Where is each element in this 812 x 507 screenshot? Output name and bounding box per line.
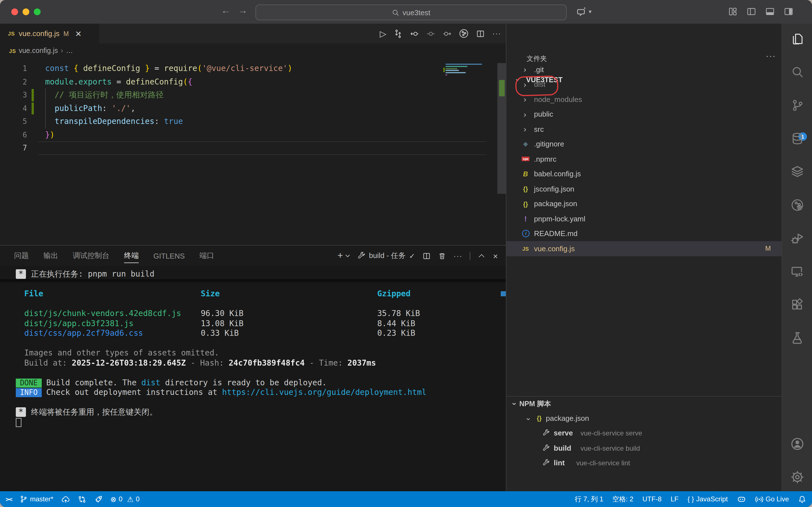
- remote-indicator[interactable]: ><: [6, 496, 12, 503]
- run-debug-icon[interactable]: [790, 231, 804, 245]
- testing-icon[interactable]: [790, 331, 804, 345]
- compare-changes-icon[interactable]: [78, 495, 86, 503]
- customize-layout-icon[interactable]: [728, 7, 738, 16]
- minimize-window-button[interactable]: [22, 8, 29, 15]
- code-line-7[interactable]: 7: [0, 142, 506, 155]
- new-terminal-button[interactable]: +: [338, 250, 350, 262]
- tree-item-vue.config.js[interactable]: JSvue.config.jsM: [506, 241, 781, 256]
- chat-button[interactable]: ▾: [576, 6, 592, 17]
- nav-back-icon[interactable]: ←: [221, 5, 231, 16]
- gitlens-icon[interactable]: [790, 198, 804, 212]
- chevron-down-icon[interactable]: [345, 253, 350, 258]
- close-tab-icon[interactable]: ✕: [75, 29, 82, 38]
- copilot-icon[interactable]: [737, 495, 746, 504]
- terminal-line: FileSizeGzipped: [0, 289, 506, 299]
- notifications-bell-icon[interactable]: [798, 495, 806, 503]
- publish-changes-icon[interactable]: [61, 495, 70, 503]
- panel-more-actions-icon[interactable]: ···: [453, 251, 462, 260]
- close-window-button[interactable]: [11, 8, 18, 15]
- code-line-5[interactable]: 5 transpileDependencies: true: [0, 115, 506, 128]
- run-file-icon[interactable]: ▷: [380, 29, 386, 39]
- eol-item[interactable]: LF: [670, 495, 678, 503]
- problems-item[interactable]: ⊗ 0 ⚠ 0: [110, 495, 140, 503]
- code-line-6[interactable]: 6}): [0, 128, 506, 142]
- sidebar-more-actions-icon[interactable]: ···: [766, 51, 776, 60]
- panel-tab-终端[interactable]: 终端: [124, 245, 139, 266]
- close-panel-icon[interactable]: ×: [493, 251, 498, 261]
- editor-scrollbar[interactable]: [497, 63, 506, 194]
- language-label: JavaScript: [696, 495, 728, 503]
- language-mode-item[interactable]: { } JavaScript: [688, 495, 728, 503]
- breadcrumb-file[interactable]: vue.config.js: [18, 47, 58, 55]
- tree-item-babel.config.js[interactable]: Bbabel.config.js: [506, 166, 781, 181]
- tree-item-README.md[interactable]: iREADME.md: [506, 226, 781, 241]
- settings-gear-icon[interactable]: [790, 470, 804, 484]
- go-live-item[interactable]: Go Live: [755, 495, 789, 503]
- panel-tab-端口[interactable]: 端口: [199, 245, 214, 266]
- minimap[interactable]: [446, 64, 496, 76]
- tree-item-package.json[interactable]: {}package.json: [506, 196, 781, 211]
- launchpad-rocket-icon[interactable]: [94, 495, 102, 503]
- terminal-line: INFOCheck out deployment instructions at…: [0, 388, 506, 397]
- terminal[interactable]: *正在执行任务: pnpm run buildFileSizeGzippeddi…: [0, 266, 506, 491]
- breadcrumb-symbol[interactable]: …: [66, 47, 73, 55]
- tab-vue-config-js[interactable]: JS vue.config.js M ✕: [0, 24, 99, 43]
- synchronize-changes-icon[interactable]: [394, 29, 403, 38]
- cursor-position-item[interactable]: 行 7, 列 1: [574, 494, 603, 504]
- panel-tab-GITLENS[interactable]: GITLENS: [153, 245, 185, 266]
- npm-script-lint[interactable]: lintvue-cli-service lint: [506, 456, 781, 471]
- more-actions-icon[interactable]: ···: [492, 29, 501, 38]
- breadcrumb[interactable]: JS vue.config.js › …: [0, 43, 506, 58]
- database-icon[interactable]: [791, 132, 804, 145]
- explorer-icon[interactable]: [791, 33, 804, 45]
- commit-graph-icon[interactable]: [459, 29, 469, 38]
- layers-icon[interactable]: [790, 165, 804, 179]
- code-line-1[interactable]: 1const { defineConfig } = require('@vue/…: [0, 62, 506, 75]
- panel-tab-输出[interactable]: 输出: [43, 245, 58, 266]
- kill-terminal-icon[interactable]: [438, 251, 446, 260]
- title-bar: ← → vue3test ▾: [0, 0, 812, 24]
- code-line-4[interactable]: 4 publicPath: './',: [0, 102, 506, 115]
- tree-item-src[interactable]: ›src: [506, 122, 781, 136]
- current-change-icon[interactable]: [426, 29, 435, 38]
- toggle-secondary-sidebar-icon[interactable]: [784, 7, 794, 16]
- tree-item-.gitignore[interactable]: ◆.gitignore: [506, 136, 781, 152]
- panel-tab-调试控制台[interactable]: 调试控制台: [73, 245, 109, 266]
- zoom-window-button[interactable]: [34, 8, 41, 15]
- split-editor-icon[interactable]: [476, 29, 485, 38]
- tree-item-pnpm-lock.yaml[interactable]: !pnpm-lock.yaml: [506, 211, 781, 226]
- code-line-2[interactable]: 2module.exports = defineConfig({: [0, 75, 506, 89]
- npm-script-build[interactable]: buildvue-cli-service build: [506, 441, 781, 456]
- tree-item-label: .npmrc: [534, 155, 556, 163]
- npm-package-json-item[interactable]: › {} package.json: [506, 411, 781, 426]
- previous-change-icon[interactable]: [410, 29, 419, 38]
- toggle-panel-icon[interactable]: [765, 7, 775, 16]
- tree-item-public[interactable]: ›public: [506, 107, 781, 122]
- bottom-panel: 问题输出调试控制台终端GITLENS端口 + build - 任务 ✓ ··· …: [0, 245, 506, 491]
- terminal-list-item-build-task[interactable]: build - 任务 ✓: [358, 251, 415, 261]
- remote-explorer-icon[interactable]: [790, 265, 804, 278]
- account-icon[interactable]: [790, 437, 804, 451]
- tree-item-.git[interactable]: ›.git: [506, 62, 781, 77]
- line-number: 4: [0, 102, 27, 115]
- search-icon[interactable]: [791, 66, 804, 78]
- tree-item-.npmrc[interactable]: npm.npmrc: [506, 152, 781, 166]
- extensions-icon[interactable]: [791, 298, 804, 311]
- encoding-item[interactable]: UTF-8: [642, 495, 661, 503]
- source-control-icon[interactable]: [791, 99, 804, 112]
- tree-item-jsconfig.json[interactable]: {}jsconfig.json: [506, 181, 781, 196]
- code-editor[interactable]: 1const { defineConfig } = require('@vue/…: [0, 58, 506, 245]
- git-branch-item[interactable]: master*: [20, 495, 54, 503]
- npm-script-serve[interactable]: servevue-cli-service serve: [506, 426, 781, 441]
- code-line-3[interactable]: 3 // 项目运行时，使用相对路径: [0, 89, 506, 102]
- panel-tab-问题[interactable]: 问题: [14, 245, 29, 266]
- script-command: vue-cli-service lint: [576, 459, 630, 467]
- maximize-panel-icon[interactable]: [477, 252, 486, 260]
- command-center-search[interactable]: vue3test: [255, 4, 567, 20]
- split-terminal-icon[interactable]: [422, 251, 431, 260]
- npm-scripts-section-header[interactable]: › NPM 脚本: [511, 397, 551, 411]
- indentation-item[interactable]: 空格: 2: [612, 494, 633, 504]
- toggle-primary-sidebar-icon[interactable]: [747, 7, 756, 16]
- nav-forward-icon[interactable]: →: [238, 5, 248, 16]
- next-change-icon[interactable]: [443, 29, 452, 38]
